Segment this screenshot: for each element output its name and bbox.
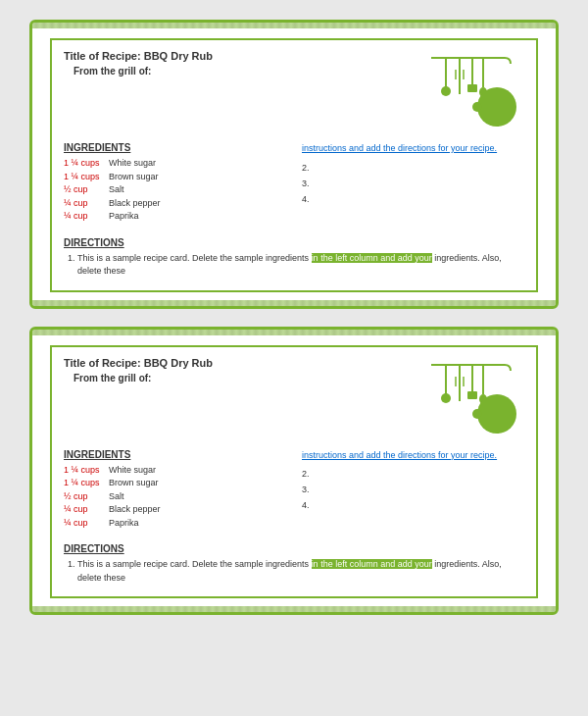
directions-heading-2: DIRECTIONS (64, 543, 524, 554)
ingredient-row-1-5: ¼ cup Paprika (64, 210, 286, 224)
from-grill-1: From the grill of: (74, 66, 416, 77)
svg-point-2 (441, 86, 451, 96)
directions-list-2: This is a sample recipe card. Delete the… (64, 558, 524, 585)
amount-1-5: ¼ cup (64, 210, 103, 224)
name-1-2: Brown sugar (109, 171, 159, 184)
content-area-2: INGREDIENTS 1 ¼ cups White sugar 1 ¼ cup… (64, 449, 524, 531)
num-item-1-2: 2. (302, 160, 524, 176)
directions-section-1: DIRECTIONS This is a sample recipe card.… (64, 237, 524, 279)
recipe-card-2: Title of Recipe: BBQ Dry Rub From the gr… (29, 327, 559, 616)
utensils-icon-2 (416, 357, 524, 445)
name-2-1: White sugar (109, 464, 156, 478)
svg-point-24 (477, 394, 516, 434)
amount-2-1: 1 ¼ cups (64, 464, 103, 478)
name-1-4: Black pepper (109, 197, 161, 211)
utensils-area-1 (416, 50, 524, 138)
content-area-1: INGREDIENTS 1 ¼ cups White sugar 1 ¼ cup… (64, 142, 524, 224)
name-2-3: Salt (109, 490, 124, 504)
directions-text-2-1a: This is a sample recipe card. Delete the… (77, 559, 312, 569)
ingredients-col-1: INGREDIENTS 1 ¼ cups White sugar 1 ¼ cup… (64, 142, 286, 224)
amount-2-3: ½ cup (64, 490, 103, 504)
instructions-col-2: instructions and add the directions for … (302, 449, 524, 531)
directions-item-2-1: This is a sample recipe card. Delete the… (77, 558, 524, 585)
num-item-2-3: 3. (302, 482, 524, 497)
svg-point-11 (477, 87, 516, 127)
instructions-text-2: instructions and add the directions for … (302, 449, 524, 463)
amount-2-4: ¼ cup (64, 503, 103, 517)
amount-2-5: ¼ cup (64, 517, 103, 531)
num-item-2-2: 2. (302, 466, 524, 482)
directions-text-1-1a: This is a sample recipe card. Delete the… (77, 253, 312, 263)
num-item-1-4: 4. (302, 191, 524, 207)
from-grill-2: From the grill of: (74, 373, 416, 384)
utensils-icon-1 (416, 50, 524, 138)
card-header-2: Title of Recipe: BBQ Dry Rub From the gr… (64, 357, 524, 445)
svg-point-12 (472, 102, 482, 112)
ingredient-row-2-5: ¼ cup Paprika (64, 517, 286, 531)
amount-1-4: ¼ cup (64, 197, 103, 211)
ingredient-row-2-2: 1 ¼ cups Brown sugar (64, 477, 286, 490)
instructions-link-1: instructions and add the directions for … (302, 143, 497, 153)
title-section-1: Title of Recipe: BBQ Dry Rub From the gr… (64, 50, 416, 84)
amount-2-2: 1 ¼ cups (64, 477, 103, 490)
directions-heading-1: DIRECTIONS (64, 237, 524, 248)
card-inner-1: Title of Recipe: BBQ Dry Rub From the gr… (50, 38, 538, 292)
ingredient-row-1-4: ¼ cup Black pepper (64, 197, 286, 211)
ingredient-row-1-2: 1 ¼ cups Brown sugar (64, 171, 286, 184)
recipe-title-2: Title of Recipe: BBQ Dry Rub (64, 357, 416, 369)
ingredients-heading-2: INGREDIENTS (64, 449, 286, 460)
directions-highlight-2: in the left column and add your (312, 559, 432, 569)
name-1-1: White sugar (109, 157, 156, 171)
directions-section-2: DIRECTIONS This is a sample recipe card.… (64, 543, 524, 585)
ingredient-row-1-1: 1 ¼ cups White sugar (64, 157, 286, 171)
name-1-5: Paprika (109, 210, 139, 224)
title-section-2: Title of Recipe: BBQ Dry Rub From the gr… (64, 357, 416, 391)
instructions-col-1: instructions and add the directions for … (302, 142, 524, 224)
svg-rect-8 (467, 84, 477, 92)
instructions-text-1: instructions and add the directions for … (302, 142, 524, 156)
amount-1-2: 1 ¼ cups (64, 171, 103, 184)
instructions-link-2: instructions and add the directions for … (302, 450, 497, 460)
amount-1-3: ½ cup (64, 183, 103, 197)
name-2-5: Paprika (109, 517, 139, 531)
name-2-4: Black pepper (109, 503, 161, 517)
ingredient-row-1-3: ½ cup Salt (64, 183, 286, 197)
num-item-1-3: 3. (302, 176, 524, 191)
recipe-title-1: Title of Recipe: BBQ Dry Rub (64, 50, 416, 62)
card-inner-2: Title of Recipe: BBQ Dry Rub From the gr… (50, 345, 538, 599)
svg-point-25 (472, 409, 482, 419)
ingredients-heading-1: INGREDIENTS (64, 142, 286, 153)
svg-rect-21 (467, 391, 477, 399)
amount-1-1: 1 ¼ cups (64, 157, 103, 171)
ingredient-row-2-1: 1 ¼ cups White sugar (64, 464, 286, 478)
directions-highlight-1: in the left column and add your (312, 253, 432, 263)
name-1-3: Salt (109, 183, 124, 197)
name-2-2: Brown sugar (109, 477, 159, 490)
ingredients-col-2: INGREDIENTS 1 ¼ cups White sugar 1 ¼ cup… (64, 449, 286, 531)
ingredient-row-2-3: ½ cup Salt (64, 490, 286, 504)
ingredient-row-2-4: ¼ cup Black pepper (64, 503, 286, 517)
directions-item-1-1: This is a sample recipe card. Delete the… (77, 252, 524, 279)
directions-list-1: This is a sample recipe card. Delete the… (64, 252, 524, 279)
utensils-area-2 (416, 357, 524, 445)
svg-point-15 (441, 393, 451, 403)
recipe-card-1: Title of Recipe: BBQ Dry Rub From the gr… (29, 20, 559, 309)
num-item-2-4: 4. (302, 497, 524, 513)
card-header-1: Title of Recipe: BBQ Dry Rub From the gr… (64, 50, 524, 138)
